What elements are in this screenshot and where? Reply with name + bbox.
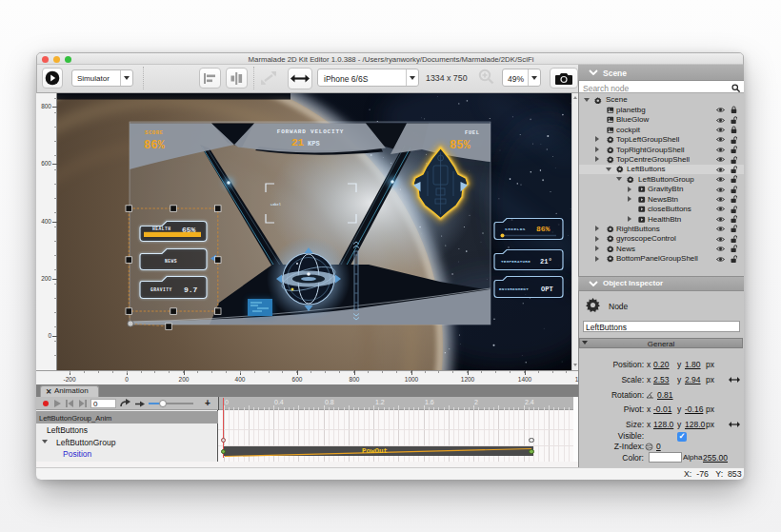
svg-text:NEWS: NEWS bbox=[165, 259, 177, 264]
svg-text:Label: Label bbox=[270, 203, 282, 207]
svg-text:ENVIRONMENT: ENVIRONMENT bbox=[499, 287, 529, 291]
svg-text:FORWARD VELOCITY: FORWARD VELOCITY bbox=[277, 128, 344, 135]
svg-text:TEMPERATURE: TEMPERATURE bbox=[501, 260, 531, 264]
svg-text:21: 21 bbox=[291, 137, 305, 148]
svg-text:86%: 86% bbox=[144, 139, 165, 152]
svg-text:21°: 21° bbox=[540, 258, 552, 266]
svg-text:SHIELDS: SHIELDS bbox=[505, 227, 526, 231]
svg-text:GRAVITY: GRAVITY bbox=[150, 287, 172, 292]
svg-text:86%: 86% bbox=[536, 225, 551, 233]
svg-text:FUEL: FUEL bbox=[465, 129, 480, 136]
svg-text:OPT: OPT bbox=[541, 286, 553, 293]
svg-text:SCORE: SCORE bbox=[145, 129, 164, 136]
svg-text:KPS: KPS bbox=[308, 140, 320, 148]
svg-text:HEALTH: HEALTH bbox=[152, 227, 171, 231]
svg-text:85%: 85% bbox=[450, 139, 471, 152]
svg-text:9.7: 9.7 bbox=[184, 286, 198, 294]
